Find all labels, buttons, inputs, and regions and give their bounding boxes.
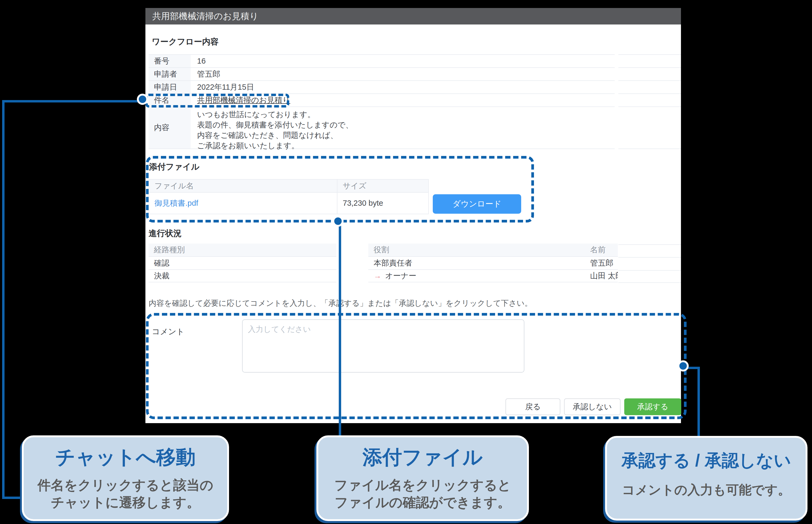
workflow-section-heading: ワークフロー内容 [152, 36, 219, 47]
role-text: オーナー [385, 271, 416, 281]
table-row-applicant: 申請者 管五郎 [148, 67, 615, 80]
callout-attachment: 添付ファイル ファイル名をクリックすると ファイルの確認ができます。 [316, 436, 529, 521]
table-row-file: 御見積書.pdf 73,230 byte [149, 192, 428, 214]
table-row-progress: → オーナー 山田 太郎 [368, 269, 618, 282]
body-line: 表題の件、御見積書を添付いたしますので、 [197, 120, 615, 130]
connector-line [2, 100, 4, 498]
comment-input[interactable] [242, 320, 524, 373]
row-label: 内容 [148, 107, 191, 148]
callout-body-line: チャットに遷移します。 [24, 494, 227, 511]
workflow-table-right-strip [618, 54, 681, 149]
column-header-route: 経路種別 [148, 244, 336, 256]
callout-title: 承認する / 承認しない [607, 449, 806, 472]
workflow-table: 番号 16 申請者 管五郎 申請日 2022年11月15日 件名 共用部機械清掃… [148, 54, 615, 149]
connector-line [339, 224, 341, 437]
table-row-date: 申請日 2022年11月15日 [148, 80, 615, 94]
callout-approve: 承認する / 承認しない コメントの入力も可能です。 [605, 436, 808, 521]
route-cell: 確認 [148, 256, 336, 269]
row-label: 番号 [148, 55, 191, 67]
back-button[interactable]: 戻る [506, 398, 560, 415]
column-header-size: サイズ [337, 180, 428, 192]
row-label: 申請者 [148, 68, 191, 80]
body-line: 内容をご確認いただき、問題なければ、 [197, 130, 615, 141]
attachments-table-header: ファイル名 サイズ [149, 180, 428, 192]
progress-table-right-strip [618, 244, 681, 283]
file-name-cell: 御見積書.pdf [149, 193, 337, 214]
connector-dot [332, 216, 344, 227]
approve-button[interactable]: 承認する [624, 398, 681, 415]
callout-body: コメントの入力も可能です。 [607, 482, 806, 498]
callout-body-line: コメントの入力も可能です。 [607, 482, 806, 498]
row-value: 共用部機械清掃のお見積り [191, 94, 615, 107]
attachments-table: ファイル名 サイズ 御見積書.pdf 73,230 byte [148, 179, 429, 214]
role-cell: → オーナー [368, 271, 586, 281]
route-cell: 決裁 [148, 269, 336, 282]
column-header-role: 役割 [368, 245, 586, 255]
callout-title: チャットへ移動 [24, 444, 227, 471]
callout-chat: チャットへ移動 件名をクリックすると該当の チャットに遷移します。 [22, 436, 229, 521]
comment-label: コメント [152, 326, 185, 337]
row-value: 2022年11月15日 [191, 81, 615, 94]
reject-button[interactable]: 承認しない [564, 398, 621, 415]
connector-line [2, 100, 138, 102]
callout-body-line: 件名をクリックすると該当の [24, 477, 227, 494]
column-header-filename: ファイル名 [149, 180, 337, 192]
table-row-progress: 本部責任者 管五郎 [368, 256, 618, 269]
progress-role-name-table: 役割 名前 本部責任者 管五郎 → オーナー 山田 太郎 [368, 244, 618, 282]
subject-chat-link[interactable]: 共用部機械清掃のお見積り [197, 95, 290, 106]
file-link[interactable]: 御見積書.pdf [155, 198, 198, 209]
workflow-window: 共用部機械清掃のお見積り ワークフロー内容 番号 16 申請者 管五郎 申請日 … [145, 8, 681, 423]
table-row-number: 番号 16 [148, 54, 615, 67]
table-row-body: 内容 いつもお世話になっております。 表題の件、御見積書を添付いたしますので、 … [148, 107, 615, 149]
screenshot-root: 共用部機械清掃のお見積り ワークフロー内容 番号 16 申請者 管五郎 申請日 … [0, 0, 812, 524]
name-cell: 山田 太郎 [586, 271, 618, 281]
window-titlebar: 共用部機械清掃のお見積り [145, 8, 681, 24]
progress-table-header: 役割 名前 [368, 244, 618, 256]
row-label: 申請日 [148, 81, 191, 94]
name-cell: 管五郎 [586, 258, 618, 268]
callout-body: ファイル名をクリックすると ファイルの確認ができます。 [318, 477, 527, 511]
progress-route-table: 経路種別 確認 決裁 [148, 244, 336, 282]
table-row-subject: 件名 共用部機械清掃のお見積り [148, 94, 615, 107]
callout-body-line: ファイルの確認ができます。 [318, 494, 527, 511]
callout-title: 添付ファイル [318, 444, 527, 471]
file-size-cell: 73,230 byte [337, 193, 428, 214]
body-line: ご承認をお願いいたします。 [197, 141, 615, 151]
role-cell: 本部責任者 [368, 258, 586, 268]
row-value: いつもお世話になっております。 表題の件、御見積書を添付いたしますので、 内容を… [191, 107, 615, 148]
callout-body: 件名をクリックすると該当の チャットに遷移します。 [24, 477, 227, 511]
row-value: 16 [191, 55, 615, 67]
current-step-arrow-icon: → [373, 272, 381, 280]
connector-dot [137, 94, 148, 105]
row-value: 管五郎 [191, 68, 615, 80]
column-header-name: 名前 [586, 245, 618, 255]
callout-body-line: ファイル名をクリックすると [318, 477, 527, 494]
connector-line [698, 367, 700, 437]
attachments-section-heading: 添付ファイル [149, 161, 200, 173]
download-button[interactable]: ダウンロード [433, 194, 521, 214]
body-line: いつもお世話になっております。 [197, 109, 615, 120]
row-label: 件名 [148, 94, 191, 107]
progress-section-heading: 進行状況 [148, 228, 181, 239]
connector-dot [678, 360, 689, 372]
